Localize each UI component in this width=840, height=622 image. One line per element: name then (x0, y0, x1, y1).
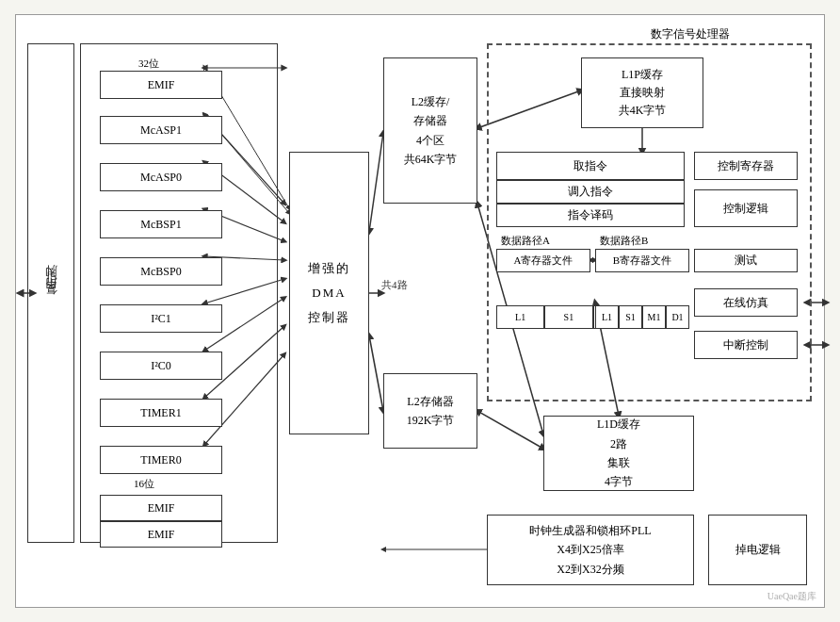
i2c1: I²C1 (100, 304, 222, 333)
watermark: UaeQae题库 (767, 590, 816, 603)
l2-storage-box: L2存储器 192K字节 (383, 373, 477, 449)
mcbsp1: McBSP1 (100, 210, 222, 238)
fu-b-m1: M1 (642, 305, 666, 329)
mcasp0: McASP0 (100, 163, 222, 191)
ctrl-logic-label: 控制逻辑 (723, 201, 768, 217)
dma-label: 增强的 DMA 控制器 (308, 256, 350, 330)
emif-bot1: EMIF (100, 495, 222, 521)
dma-box: 增强的 DMA 控制器 (289, 152, 369, 434)
fetch-label: 取指令 (573, 158, 607, 174)
mcbsp0: McBSP0 (100, 257, 222, 286)
interrupt-label: 中断控制 (723, 337, 768, 353)
svg-text:共4路: 共4路 (381, 279, 408, 290)
svg-line-12 (369, 133, 383, 232)
ctrl-logic-box: 控制逻辑 (694, 189, 798, 227)
decode1-label: 调入指令 (568, 184, 613, 200)
dma-line2: DMA (308, 281, 350, 305)
l1d-box: L1D缓存 2路 集联 4字节 (543, 416, 694, 491)
timer0: TIMER0 (100, 446, 222, 474)
power-box: 掉电逻辑 (708, 515, 807, 585)
test-label: 测试 (735, 253, 757, 269)
fu-a-s1: S1 (544, 305, 592, 329)
l2-cache-label: L2缓存/ 存储器 4个区 共64K字节 (404, 92, 458, 170)
datapath-b-label: 数据路径B (600, 234, 648, 248)
timer1: TIMER1 (100, 399, 222, 427)
svg-line-13 (369, 336, 383, 411)
emulate-box: 在线仿真 (694, 288, 798, 317)
reg-file-b: B寄存器文件 (595, 249, 689, 272)
ctrl-reg-box: 控制寄存器 (694, 152, 798, 180)
emif-top: EMIF (100, 71, 222, 99)
mcasp1: McASP1 (100, 116, 222, 144)
reg-file-a-label: A寄存器文件 (514, 254, 573, 268)
fu-row-b: L1 S1 M1 D1 (595, 305, 689, 329)
clock-box: 时钟生成器和锁相环PLL X4到X25倍率 X2到X32分频 (487, 515, 694, 585)
mux-box: 复用引脚 (27, 43, 74, 543)
title-dsp: 数字信号处理器 (651, 26, 730, 42)
fetch-box: 取指令 (496, 152, 685, 180)
dma-line3: 控制器 (308, 305, 350, 330)
peripheral-box: EMIF McASP1 McASP0 McBSP1 McBSP0 I²C1 I²… (80, 43, 278, 543)
fu-a-l1: L1 (496, 305, 544, 329)
dma-line1: 增强的 (308, 256, 350, 281)
emif-bot2: EMIF (100, 521, 222, 548)
decode2-box: 指令译码 (496, 204, 685, 227)
reg-file-a: A寄存器文件 (496, 249, 590, 272)
fu-b-s1: S1 (619, 305, 642, 329)
interrupt-box: 中断控制 (694, 331, 798, 359)
ctrl-reg-label: 控制寄存器 (718, 158, 774, 174)
decode2-label: 指令译码 (568, 207, 613, 223)
mux-label: 复用引脚 (42, 282, 59, 304)
svg-line-19 (477, 411, 543, 449)
test-box: 测试 (694, 249, 798, 272)
i2c0: I²C0 (100, 352, 222, 380)
reg-file-b-label: B寄存器文件 (613, 254, 671, 268)
power-label: 掉电逻辑 (735, 542, 781, 558)
fu-b-l1: L1 (595, 305, 619, 329)
l1p-box: L1P缓存 直接映射 共4K字节 (581, 57, 703, 128)
emulate-label: 在线仿真 (723, 295, 768, 311)
fu-b-d1: D1 (666, 305, 689, 329)
decode1-box: 调入指令 (496, 180, 685, 204)
diagram-container: 数字信号处理器 (15, 14, 825, 608)
datapath-a-label: 数据路径A (501, 234, 550, 248)
l2-cache-box: L2缓存/ 存储器 4个区 共64K字节 (383, 57, 477, 204)
l2-storage-label: L2存储器 192K字节 (407, 392, 455, 431)
